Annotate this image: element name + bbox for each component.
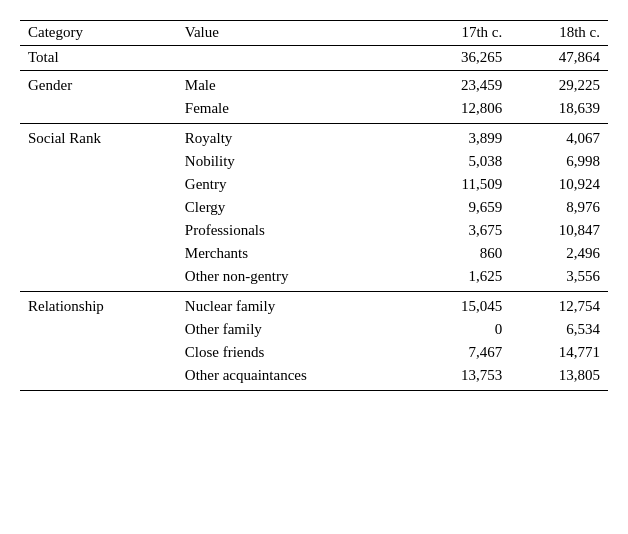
section-category	[20, 242, 177, 265]
header-row: Category Value 17th c. 18th c.	[20, 21, 608, 46]
row-18: 6,998	[510, 150, 608, 173]
row-17: 3,899	[412, 124, 510, 151]
row-18: 14,771	[510, 341, 608, 364]
row-17: 5,038	[412, 150, 510, 173]
row-17: 12,806	[412, 97, 510, 124]
row-17: 13,753	[412, 364, 510, 391]
section-category	[20, 173, 177, 196]
row-17: 860	[412, 242, 510, 265]
section-category	[20, 196, 177, 219]
section-category	[20, 341, 177, 364]
row-18: 6,534	[510, 318, 608, 341]
row-value: Female	[177, 97, 413, 124]
row-value: Royalty	[177, 124, 413, 151]
row-17: 15,045	[412, 292, 510, 319]
header-category: Category	[20, 21, 177, 46]
table-row: Other family 0 6,534	[20, 318, 608, 341]
row-17: 3,675	[412, 219, 510, 242]
header-18: 18th c.	[510, 21, 608, 46]
row-17: 0	[412, 318, 510, 341]
table-row: Professionals 3,675 10,847	[20, 219, 608, 242]
table-row: Social Rank Royalty 3,899 4,067	[20, 124, 608, 151]
row-value: Gentry	[177, 173, 413, 196]
row-value: Professionals	[177, 219, 413, 242]
table-row: Clergy 9,659 8,976	[20, 196, 608, 219]
section-category	[20, 219, 177, 242]
row-value: Other non-gentry	[177, 265, 413, 292]
row-value: Nobility	[177, 150, 413, 173]
row-18: 13,805	[510, 364, 608, 391]
row-18: 10,847	[510, 219, 608, 242]
section-category	[20, 318, 177, 341]
row-17: 7,467	[412, 341, 510, 364]
row-17: 11,509	[412, 173, 510, 196]
row-17: 1,625	[412, 265, 510, 292]
table-row: Nobility 5,038 6,998	[20, 150, 608, 173]
section-category: Gender	[20, 71, 177, 98]
header-17: 17th c.	[412, 21, 510, 46]
total-label: Total	[20, 46, 177, 71]
data-table: Category Value 17th c. 18th c. Total 36,…	[20, 20, 608, 391]
table-row: Merchants 860 2,496	[20, 242, 608, 265]
header-value: Value	[177, 21, 413, 46]
table-row: Relationship Nuclear family 15,045 12,75…	[20, 292, 608, 319]
row-18: 8,976	[510, 196, 608, 219]
row-value: Other acquaintances	[177, 364, 413, 391]
row-18: 3,556	[510, 265, 608, 292]
section-category	[20, 364, 177, 391]
table-row: Close friends 7,467 14,771	[20, 341, 608, 364]
row-value: Male	[177, 71, 413, 98]
table-row: Other acquaintances 13,753 13,805	[20, 364, 608, 391]
row-18: 2,496	[510, 242, 608, 265]
table-row: Other non-gentry 1,625 3,556	[20, 265, 608, 292]
row-18: 12,754	[510, 292, 608, 319]
row-18: 4,067	[510, 124, 608, 151]
table-container: Category Value 17th c. 18th c. Total 36,…	[20, 20, 608, 391]
row-value: Merchants	[177, 242, 413, 265]
total-row: Total 36,265 47,864	[20, 46, 608, 71]
section-category: Relationship	[20, 292, 177, 319]
row-18: 29,225	[510, 71, 608, 98]
row-value: Close friends	[177, 341, 413, 364]
section-category	[20, 97, 177, 124]
row-18: 18,639	[510, 97, 608, 124]
total-value-empty	[177, 46, 413, 71]
table-row: Gender Male 23,459 29,225	[20, 71, 608, 98]
section-category	[20, 265, 177, 292]
row-18: 10,924	[510, 173, 608, 196]
total-18: 47,864	[510, 46, 608, 71]
section-category: Social Rank	[20, 124, 177, 151]
row-17: 9,659	[412, 196, 510, 219]
total-17: 36,265	[412, 46, 510, 71]
table-row: Gentry 11,509 10,924	[20, 173, 608, 196]
section-category	[20, 150, 177, 173]
table-row: Female 12,806 18,639	[20, 97, 608, 124]
row-17: 23,459	[412, 71, 510, 98]
row-value: Other family	[177, 318, 413, 341]
row-value: Clergy	[177, 196, 413, 219]
row-value: Nuclear family	[177, 292, 413, 319]
